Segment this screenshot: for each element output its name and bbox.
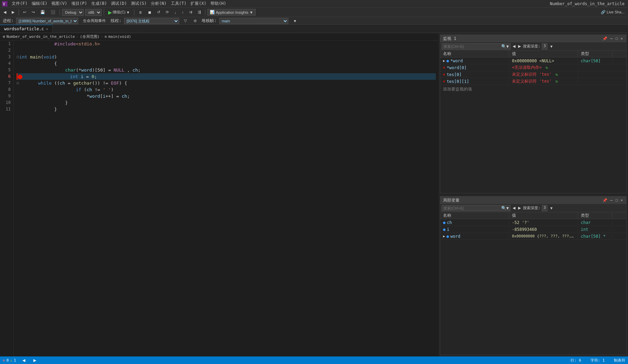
redo-btn[interactable]: ↪ [30,9,37,16]
file-tab-wordsofarticle[interactable]: wordsofarticle.c × [0,25,53,33]
watch1-search-box[interactable]: 🔍 ▼ [442,43,511,50]
save-btn[interactable]: 💾 [38,9,47,16]
debug-config-dropdown[interactable]: Debug [62,9,84,16]
locals-search-input[interactable] [443,206,501,210]
continue-label: 继续(C) [113,10,125,15]
locals-minimize-btn[interactable]: ─ [609,198,614,202]
tab-close-btn[interactable]: × [46,27,48,31]
step-out-btn[interactable]: ↑ [180,9,186,16]
restart-btn[interactable]: ↺ [155,9,162,16]
pause-btn[interactable]: ⏸ [136,9,144,16]
op-semi-6: ; [94,73,97,80]
menu-item-help[interactable]: 帮助(H) [208,1,228,7]
menu-item-view[interactable]: 视图(V) [49,1,69,7]
forward-btn[interactable]: ▶ [10,9,17,16]
step-over-btn[interactable]: ⟳ [164,9,171,16]
ln-8: 8 [3,86,11,93]
menu-item-debug[interactable]: 调试(D) [109,1,129,7]
platform-dropdown[interactable]: x86 [85,9,102,16]
step-btn3[interactable]: ⇶ [196,9,203,16]
watch1-row-3[interactable]: ⊗ tes[0][1] 未定义标识符 'tes' ↻ [440,78,626,85]
breadcrumb-scope3[interactable]: main(void) [108,34,131,39]
menu-item-ext[interactable]: 扩展(X) [188,1,208,7]
locals-pin-btn[interactable]: 📌 [602,198,608,203]
watch1-row-0[interactable]: ▶ ● *word 0x00000000 <NULL> char[50] [440,57,626,64]
watch1-row-2[interactable]: ⊗ tes[0] 未定义标识符 'tes' ↻ [440,71,626,78]
breadcrumb-icon: ⚙ [3,34,5,39]
app-insights-btn[interactable]: 📊 Application Insights ▼ [207,9,256,15]
menu-item-analyze[interactable]: 分析(N) [149,1,169,7]
breadcrumb-scope1[interactable]: Number_of_words_in_the_article [7,34,75,39]
watch1-minimize-btn[interactable]: ─ [609,36,614,41]
op-7c: ()) [92,80,100,86]
lifecycle-btn[interactable]: 生命周期事件 [81,17,108,25]
refresh-2[interactable]: ↻ [556,72,558,77]
search-dropdown-icon[interactable]: ▼ [506,44,509,49]
watch1-depth-dropdown[interactable]: ▼ [549,44,554,49]
menu-item-file[interactable]: 文件(F) [10,1,30,7]
locals-title-bar: 局部变量 📌 ─ □ × [440,196,626,204]
ln-4: 4 [3,60,11,67]
code-content[interactable]: #include<stdio.h> ⊟int main(void) { char… [14,41,439,356]
watch1-pin-btn[interactable]: 📌 [602,36,608,41]
stack-dropdown[interactable]: main [219,18,288,24]
watch1-nav-back[interactable]: ◀ [512,44,516,49]
menu-item-edit[interactable]: 编辑(E) [30,1,50,7]
watch1-nav-fwd[interactable]: ▶ [517,44,522,49]
nav-back-btn[interactable]: ◀ [20,356,27,364]
locals-depth-dropdown[interactable]: ▼ [549,206,554,210]
add-watch-label[interactable]: 添加要监视的项 [440,85,626,94]
expand-arrow-0[interactable]: ▶ [443,59,445,63]
locals-search-box[interactable]: 🔍 ▼ [442,205,511,211]
error-count-label: 0 [7,358,9,363]
breadcrumb-scope2[interactable]: (全局范围) [80,34,100,39]
locals-nav-back[interactable]: ◀ [512,206,516,210]
nav-fwd-btn[interactable]: ▶ [31,356,38,364]
back-btn[interactable]: ◀ [1,9,8,16]
locals-close-btn[interactable]: × [620,198,624,202]
refresh-1[interactable]: ↻ [546,65,548,70]
locals-row-2[interactable]: ▶ ● word 0x00000000 {???, ???, ???, ???,… [440,233,626,240]
undo-btn[interactable]: ↩ [21,9,28,16]
stack-btn[interactable]: ▼ [291,17,299,25]
fn-getchar: getchar [73,80,92,86]
filter-btn2[interactable]: ⊘ [192,17,199,25]
op-5g: ; [138,67,141,73]
locals-row-0[interactable]: ● ch -52 '?' char [440,219,626,226]
tab-filename: wordsofarticle.c [4,26,44,31]
save-all-btn[interactable]: ⬛ [49,9,58,16]
continue-btn[interactable]: ▶ 继续(C) ▼ [106,9,132,16]
watch1-search-input[interactable] [443,44,501,49]
breadcrumb-sep2: › [101,34,103,39]
menu-item-test[interactable]: 测试(S) [129,1,149,7]
watch1-row-1[interactable]: ⊗ *word[0] <无法读取内存> ↻ [440,64,626,71]
menu-item-project[interactable]: 项目(P) [69,1,89,7]
ln-7: 7 [3,80,11,86]
locals-nav-fwd[interactable]: ▶ [517,206,522,210]
error-count[interactable]: ⊗ 0 ⚠ 1 [3,358,16,363]
watch1-close-btn[interactable]: × [620,36,624,41]
right-panels: 监视 1 📌 ─ □ × 🔍 ▼ ◀ ▶ 搜索深度: 3 ▼ [439,33,628,356]
stack-label: 堆栈帧: [202,18,216,24]
refresh-3[interactable]: ↻ [556,79,558,84]
op-5a: ( [76,67,79,73]
process-dropdown[interactable]: [19880] Number_of_words_in_t [16,18,78,24]
thread-dropdown[interactable]: [9376] 主线程 [124,18,179,24]
locals-restore-btn[interactable]: □ [615,198,619,202]
menu-item-build[interactable]: 生成(B) [89,1,109,7]
watch1-cell-value-2: 未定义标识符 'tes' ↻ [509,72,578,77]
menu-item-tools[interactable]: 工具(T) [169,1,189,7]
watch1-restore-btn[interactable]: □ [615,36,619,41]
watch1-title: 监视 1 [443,36,456,42]
locals-row-1[interactable]: ● i -858993460 int [440,226,626,233]
stop-btn[interactable]: ⏹ [146,9,154,16]
step-into-btn[interactable]: ↓ [172,9,178,16]
watch1-depth-label: 搜索深度: [523,44,541,49]
locals-expand-2[interactable]: ▶ [443,234,445,238]
str-stdio: <stdio.h> [76,41,100,47]
locals-search-dropdown[interactable]: ▼ [506,206,509,211]
op-11: } [54,106,57,113]
step-btn2[interactable]: ⇉ [187,9,194,16]
filter-btn[interactable]: ▽ [182,17,189,25]
live-share-btn[interactable]: 🔗 Live Sha... [599,9,627,16]
